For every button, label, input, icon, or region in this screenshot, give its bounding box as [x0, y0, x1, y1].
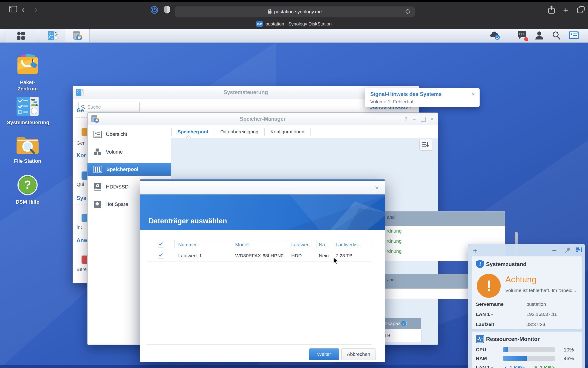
desktop-icon-file-station[interactable]: File Station	[7, 136, 48, 164]
cp-section-partial[interactable]: Kor	[76, 152, 86, 159]
close-button[interactable]: ×	[431, 116, 434, 122]
tab-speicherpool[interactable]: Speicherpool	[171, 128, 214, 136]
svg-text:?: ?	[24, 178, 31, 191]
cp-item-partial[interactable]: Ger	[76, 140, 84, 146]
health-message: Volume ist fehlerhaft. Im "Speic...	[505, 288, 576, 293]
tab-konfigurationen[interactable]: Konfigurationen	[265, 128, 310, 136]
col-divider	[174, 240, 175, 248]
dialog-banner: Datenträger auswählen	[140, 194, 385, 230]
cp-section-partial[interactable]: Sys	[76, 195, 86, 201]
privacy-shield-icon[interactable]	[164, 6, 170, 15]
col-divider	[372, 240, 372, 248]
col-laufwerksgroesse[interactable]: Laufwerks...	[336, 242, 362, 248]
system-notification[interactable]: Signal-Hinweis des Systems Volume 1: Feh…	[365, 88, 480, 107]
app-grid-icon	[16, 31, 26, 41]
cp-item-partial[interactable]: Qui	[76, 182, 84, 187]
col-laufwerkstyp[interactable]: Laufwer...	[291, 242, 312, 248]
cancel-button[interactable]: Abbrechen	[341, 349, 376, 360]
col-na[interactable]: Na...	[319, 242, 329, 248]
notifications-icon[interactable]	[517, 31, 527, 41]
select-all-checkbox[interactable]: ✓	[158, 241, 164, 248]
footer-divider	[147, 344, 372, 345]
desktop-icon-systemsteuerung[interactable]: Systemsteuerung	[7, 96, 48, 126]
pin-icon[interactable]	[565, 247, 571, 254]
download-rate: ▼ 1 KB/s	[533, 365, 555, 368]
col-divider	[288, 240, 288, 248]
system-health-icon: i	[476, 260, 484, 269]
user-icon[interactable]	[535, 31, 544, 41]
health-status: Achtung	[505, 275, 537, 285]
collapse-widgets-button[interactable]: –	[552, 246, 556, 254]
dsm-help-icon: ?	[17, 175, 38, 196]
browser-page-title: pustation - Synology DiskStation	[266, 21, 332, 27]
info-icon[interactable]: i	[401, 318, 407, 329]
sidebar-label: Volume	[106, 149, 123, 155]
tab-datenbereinigung[interactable]: Datenbereinigung	[214, 128, 265, 136]
address-bar[interactable]: pustation.synology.me	[175, 6, 415, 17]
main-menu-button[interactable]	[5, 29, 37, 42]
share-icon[interactable]	[548, 6, 555, 15]
warning-status-icon: !	[477, 274, 501, 298]
search-icon[interactable]	[552, 31, 561, 41]
browser-toolbar: ‹ › pustation.synology.me +	[0, 2, 588, 18]
sidebar-item-uebersicht[interactable]: Übersicht	[87, 128, 171, 140]
control-panel-icon	[16, 96, 39, 116]
cpu-bar	[503, 347, 555, 352]
next-button[interactable]: Weiter	[309, 349, 339, 360]
sidebar-item-volume[interactable]: Volume	[87, 146, 171, 158]
laufzeit-label: Laufzeit	[476, 322, 494, 327]
minimize-button[interactable]: –	[413, 116, 416, 122]
onepassword-icon[interactable]	[150, 6, 158, 15]
back-button[interactable]: ‹	[22, 6, 25, 14]
sidebar-toggle-icon[interactable]	[9, 6, 17, 13]
cpu-bar-fill	[503, 347, 508, 352]
add-widget-button[interactable]: +	[473, 246, 477, 255]
maximize-button[interactable]	[421, 117, 426, 122]
forward-button[interactable]: ›	[35, 6, 37, 14]
sidebar-item-speicherpool[interactable]: Speicherpool	[87, 163, 171, 176]
sidebar-label: Hot Spare	[105, 201, 128, 207]
volume-icon	[93, 148, 102, 156]
taskbar-storage-manager-button[interactable]	[65, 29, 90, 42]
col-nummer[interactable]: Nummer	[178, 242, 197, 248]
resource-monitor-icon	[476, 335, 484, 344]
tab-overview-icon[interactable]	[577, 6, 585, 14]
desktop-icon-dsm-hilfe[interactable]: ? DSM Hilfe	[7, 175, 48, 205]
reload-icon[interactable]	[405, 9, 411, 16]
disk-checkbox[interactable]: ✓	[158, 252, 164, 258]
cp-item-partial[interactable]: Int	[76, 224, 82, 230]
col-modell[interactable]: Modell	[235, 242, 249, 248]
select-disks-dialog: × Datenträger auswählen ✓ Nummer Modell …	[140, 179, 385, 362]
ram-label: RAM	[476, 356, 487, 361]
dialog-header: ×	[140, 181, 385, 194]
storage-manager-titlebar[interactable]: Speicher-Manager ? – ×	[87, 113, 438, 126]
lan-selector[interactable]: LAN 1 ▾	[476, 365, 493, 368]
cp-item-partial[interactable]: Bere	[76, 267, 87, 272]
cp-section-partial[interactable]: Ge	[76, 107, 84, 114]
drive-status-row[interactable]: rdnung	[383, 226, 505, 236]
storage-manager-tabs: Speicherpool Datenbereinigung Konfigurat…	[171, 125, 438, 138]
ram-bar	[503, 356, 555, 361]
mouse-cursor	[333, 257, 340, 266]
system-health-widget: i Systemzustand ! Achtung Volume ist feh…	[472, 256, 582, 329]
dialog-close-icon[interactable]: ×	[375, 184, 379, 191]
help-button[interactable]: ?	[404, 116, 408, 122]
desktop-icon-paket-zentrum[interactable]: Paket-Zentrum	[7, 54, 48, 92]
desktop-icon-label: DSM Hilfe	[7, 199, 48, 205]
cell-nummer: Laufwerk 1	[178, 253, 202, 258]
lan1-label[interactable]: LAN 1 ▾	[476, 312, 493, 317]
control-panel-search-input[interactable]: Suche	[78, 102, 140, 112]
sort-button[interactable]	[420, 139, 432, 151]
notification-close-icon[interactable]: ×	[472, 91, 475, 97]
panel-layout-icon[interactable]	[575, 247, 582, 254]
taskbar-control-panel-button[interactable]	[41, 29, 65, 42]
new-tab-button[interactable]: +	[563, 6, 569, 15]
sidebar-label: Übersicht	[106, 131, 127, 137]
dsm-favicon: DSM	[256, 21, 263, 27]
table-border	[147, 250, 372, 250]
cloud-sync-icon[interactable]	[489, 31, 501, 41]
storage-pool-icon	[93, 166, 102, 173]
widget-panel-icon[interactable]	[569, 31, 579, 40]
sidebar-label: HDD/SSD	[106, 184, 129, 190]
cp-section-partial[interactable]: Anw	[76, 237, 88, 244]
